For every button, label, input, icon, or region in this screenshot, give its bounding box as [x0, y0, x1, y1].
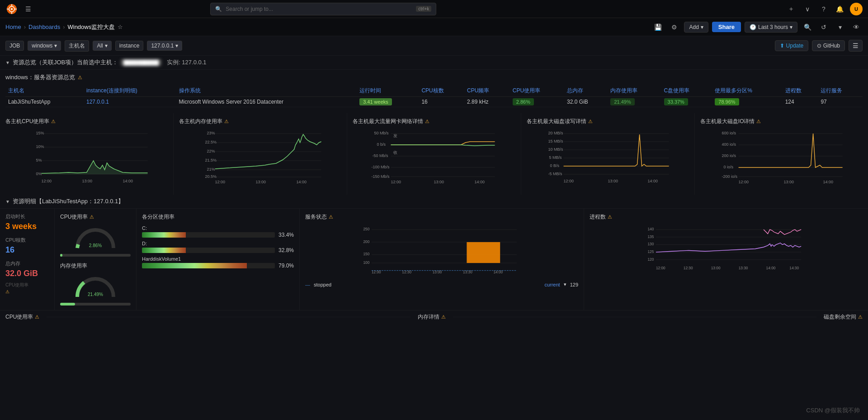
- svg-text:-200 io/s: -200 io/s: [722, 174, 737, 179]
- svg-text:10%: 10%: [36, 144, 44, 149]
- cell-uptime: 3.41 weeks: [357, 97, 419, 107]
- search-shortcut: ctrl+k: [416, 6, 431, 12]
- section2-collapse[interactable]: ▼ 资源明细【LabJiShuTestApp：127.0.0.1】: [0, 195, 868, 209]
- process-panel: 进程数 ⚠ 140 135 130 125 120 12:00 12:30: [584, 209, 868, 310]
- svg-text:-150 Mb/s: -150 Mb/s: [372, 174, 390, 179]
- avatar[interactable]: U: [850, 3, 863, 15]
- svg-text:15 MB/s: 15 MB/s: [548, 139, 563, 143]
- disk-hd1-pct: 79.0%: [278, 262, 294, 269]
- disk-rw-warn-icon: ⚠: [588, 119, 593, 124]
- disk-rw-chart-line: [563, 134, 669, 166]
- col-os: 操作系统: [176, 85, 357, 97]
- disk-io-chart-title: 各主机最大磁盘IO详情 ⚠: [700, 118, 863, 125]
- total-mem-value: 32.0 GiB: [5, 269, 49, 278]
- viewer-icon[interactable]: 👁: [850, 21, 863, 33]
- save-icon[interactable]: 💾: [651, 21, 664, 33]
- disk-d-label: D:: [142, 241, 294, 246]
- share-button[interactable]: Share: [712, 22, 741, 32]
- refresh-chevron-icon[interactable]: ▾: [834, 21, 846, 33]
- svg-text:200 io/s: 200 io/s: [722, 153, 736, 158]
- col-total-mem: 总内存: [564, 85, 608, 97]
- filter-all-chevron: ▾: [105, 43, 108, 49]
- col-services: 运行服务: [818, 85, 863, 97]
- svg-text:5 MB/s: 5 MB/s: [549, 155, 562, 160]
- clock-icon: 🕐: [750, 24, 756, 30]
- plus-icon[interactable]: ＋: [785, 3, 797, 15]
- svg-text:150: 150: [363, 252, 369, 256]
- add-button[interactable]: Add ▾: [684, 22, 708, 33]
- disk-c-bar-wrap: 33.4%: [142, 232, 294, 238]
- svc-current-chevron: ▾: [564, 282, 566, 287]
- svg-text:21%: 21%: [207, 167, 215, 172]
- cell-instance: 127.0.0.1: [84, 97, 176, 107]
- zoom-out-icon[interactable]: 🔍: [801, 21, 814, 33]
- filter-windows[interactable]: windows ▾: [28, 41, 61, 51]
- disk-d-bar-wrap: 32.8%: [142, 247, 294, 253]
- filter-hostname-label: 主机名: [65, 40, 89, 52]
- breadcrumb-dashboards[interactable]: Dashboards: [28, 24, 60, 30]
- cell-processes: 124: [783, 97, 818, 107]
- svg-text:20.5%: 20.5%: [205, 174, 217, 179]
- svg-text:120: 120: [647, 257, 654, 262]
- disk-rw-chart-title: 各主机最大磁盘读写详情 ⚠: [527, 118, 689, 125]
- breadcrumb-home[interactable]: Home: [5, 24, 21, 30]
- svg-text:14:00: 14:00: [297, 180, 307, 184]
- gauge-warn-icon: ⚠: [90, 214, 94, 220]
- star-icon[interactable]: ☆: [118, 24, 123, 30]
- menu-icon[interactable]: ☰: [22, 3, 34, 15]
- filter-job[interactable]: JOB: [5, 41, 24, 51]
- bell-icon[interactable]: 🔔: [834, 3, 846, 15]
- settings-icon[interactable]: ⚙: [668, 21, 680, 33]
- search-icon: 🔍: [215, 6, 222, 12]
- svg-text:100: 100: [363, 260, 369, 265]
- search-bar[interactable]: 🔍 Search or jump to... ctrl+k: [210, 3, 436, 15]
- net-chart-area: 50 Mb/s 0 b/s -50 Mb/s -100 Mb/s -150 Mb…: [353, 129, 515, 188]
- svg-text:13:00: 13:00: [256, 180, 266, 184]
- chevron-down-icon[interactable]: ∨: [801, 3, 814, 15]
- cpu-chart-panel: 各主机CPU使用率 ⚠ 15% 10% 5% 0% 12:00 13:00 14…: [0, 113, 173, 195]
- svc-bar: [467, 242, 500, 263]
- mem-chart-panel: 各主机内存使用率 ⚠ 23% 22.5% 22% 21.5% 21% 20.5%…: [174, 113, 347, 195]
- ip-hidden: ██████████: [121, 59, 161, 66]
- update-button[interactable]: ⬆ Update: [775, 40, 808, 51]
- time-range-button[interactable]: 🕐 Last 3 hours ▾: [745, 22, 797, 33]
- disk-d-bar: [142, 248, 275, 253]
- filter-ip[interactable]: 127.0.0.1 ▾: [147, 41, 182, 51]
- github-button[interactable]: ⊙ GitHub: [812, 40, 845, 51]
- svg-text:10 MB/s: 10 MB/s: [548, 147, 563, 152]
- gauge-panel: CPU使用率 ⚠ 2.86% 内存使用率 21.49%: [55, 209, 136, 310]
- col-cpu-cores: CPU核数: [419, 85, 464, 97]
- filter-all[interactable]: All ▾: [93, 41, 111, 51]
- section1-collapse[interactable]: ▼ 资源总览（关联JOB项）当前选中主机： ██████████ 实例: 127…: [0, 56, 868, 70]
- mem-usage-gauge-title: 内存使用率: [60, 262, 131, 270]
- filter-ip-chevron: ▾: [175, 43, 178, 49]
- collapse-arrow1: ▼: [5, 60, 10, 65]
- cell-cpu-usage: 2.86%: [510, 97, 564, 107]
- net-warn-icon: ⚠: [425, 119, 429, 124]
- svg-text:14:00: 14:00: [123, 179, 133, 183]
- help-icon[interactable]: ?: [817, 3, 830, 15]
- svg-text:-5 MB/s: -5 MB/s: [548, 172, 562, 176]
- panel-menu-button[interactable]: ☰: [849, 40, 863, 52]
- col-processes: 进程数: [783, 85, 818, 97]
- cpu-cores-value: 16: [5, 245, 49, 255]
- svg-text:收: 收: [393, 150, 397, 155]
- filter-windows-chevron: ▾: [54, 43, 57, 49]
- disk-io-chart-line: [738, 134, 842, 167]
- svc-current-value: 129: [570, 282, 578, 287]
- svg-text:400 io/s: 400 io/s: [722, 142, 736, 147]
- cell-mem-usage: 21.49%: [608, 97, 661, 107]
- resource-warn-icon: ⚠: [78, 75, 82, 81]
- svg-text:12:30: 12:30: [684, 266, 693, 270]
- refresh-icon[interactable]: ↺: [817, 21, 830, 33]
- col-instance: instance(连接到明细): [84, 85, 176, 97]
- total-mem-label: 总内存: [5, 260, 49, 267]
- svg-text:12:00: 12:00: [563, 179, 574, 183]
- svg-text:13:00: 13:00: [434, 180, 444, 184]
- add-chevron-icon: ▾: [701, 24, 703, 30]
- disk-hd1-row: HarddiskVolume1 79.0%: [142, 256, 294, 269]
- svg-point-2: [11, 8, 13, 10]
- charts-grid: 各主机CPU使用率 ⚠ 15% 10% 5% 0% 12:00 13:00 14…: [0, 113, 868, 195]
- col-cpu-usage: CPU使用率: [510, 85, 564, 97]
- svc-current-label[interactable]: current: [544, 282, 560, 287]
